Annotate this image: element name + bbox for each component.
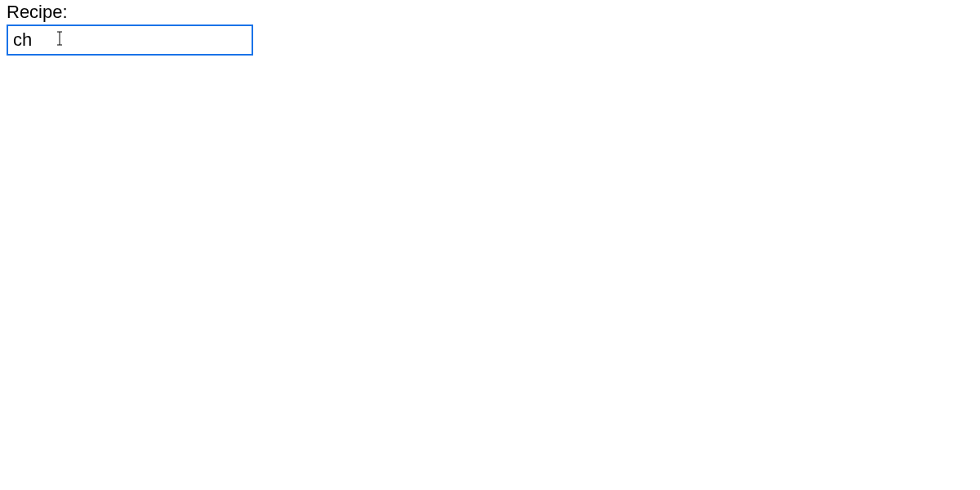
recipe-input[interactable] — [7, 24, 253, 56]
recipe-label: Recipe: — [7, 2, 973, 23]
recipe-input-wrapper — [7, 24, 253, 56]
